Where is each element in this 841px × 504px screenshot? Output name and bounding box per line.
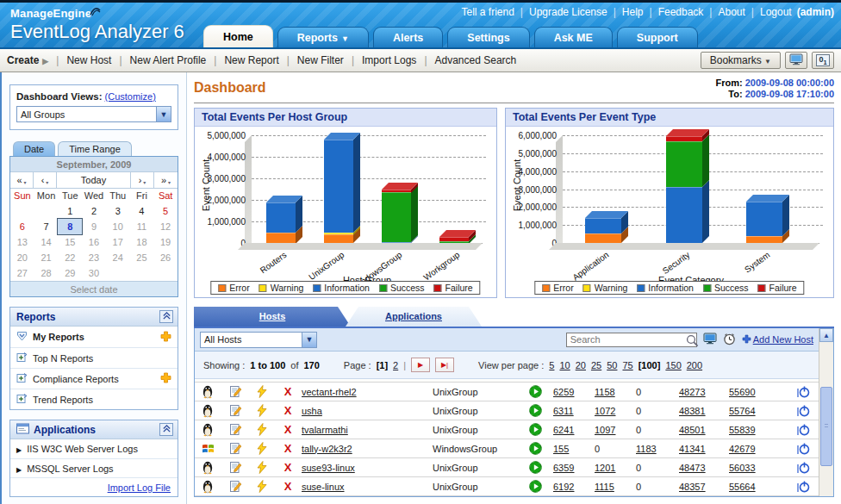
date-cell-22[interactable]: 22 xyxy=(58,250,82,265)
last-page-button[interactable]: ▶| xyxy=(435,358,454,372)
toolbar-item-new-alert-profile[interactable]: New Alert Profile xyxy=(130,54,207,66)
date-cell-1[interactable]: 1 xyxy=(58,203,82,219)
date-cell-29[interactable]: 29 xyxy=(58,265,82,281)
view-per-page-option-25[interactable]: 25 xyxy=(591,360,601,370)
power-icon[interactable] xyxy=(796,461,819,474)
event-count-link[interactable]: 42679 xyxy=(729,444,756,454)
next-month-button[interactable]: ›▾ xyxy=(131,172,154,188)
vertical-scrollbar[interactable]: ▲ xyxy=(819,328,833,496)
date-cell-4[interactable]: 4 xyxy=(130,203,154,219)
event-count-link[interactable]: 56033 xyxy=(729,463,756,473)
next-page-button[interactable]: ▶ xyxy=(411,358,430,372)
prev-year-button[interactable]: «▾ xyxy=(10,172,34,188)
event-count-link[interactable]: 6259 xyxy=(553,387,574,397)
alert-icon[interactable] xyxy=(250,404,274,417)
tab-support[interactable]: Support xyxy=(617,27,698,47)
tab-time-range[interactable]: Time Range xyxy=(58,141,132,156)
top-link-help[interactable]: Help xyxy=(622,6,644,18)
event-count-link[interactable]: 48473 xyxy=(679,463,706,473)
add-plus-icon[interactable] xyxy=(160,331,171,344)
edit-icon[interactable] xyxy=(221,404,250,417)
search-input[interactable] xyxy=(566,333,697,347)
scrollbar-thumb[interactable] xyxy=(820,387,832,466)
group-filter-select[interactable]: All Groups ▼ xyxy=(16,106,171,122)
event-count-link[interactable]: 155 xyxy=(553,444,569,454)
date-cell-7[interactable]: 7 xyxy=(34,219,59,234)
import-log-file-link[interactable]: Import Log File xyxy=(108,482,171,493)
play-icon[interactable] xyxy=(529,480,553,493)
event-count-link[interactable]: 55764 xyxy=(729,406,756,416)
reports-item-top-n-reports[interactable]: Top N Reports xyxy=(10,347,178,368)
date-cell-24[interactable]: 24 xyxy=(106,250,130,265)
play-icon[interactable] xyxy=(529,423,553,436)
alert-icon[interactable] xyxy=(250,480,274,493)
date-cell-27[interactable]: 27 xyxy=(10,265,34,281)
date-cell-21[interactable]: 21 xyxy=(34,250,59,265)
date-cell-14[interactable]: 14 xyxy=(34,234,59,250)
reports-item-compliance-reports[interactable]: Compliance Reports xyxy=(10,368,178,389)
toolbar-item-new-report[interactable]: New Report xyxy=(224,54,278,66)
delete-icon[interactable]: X xyxy=(274,442,302,455)
alert-icon[interactable] xyxy=(250,423,274,436)
toolbar-item-new-host[interactable]: New Host xyxy=(66,54,111,66)
date-cell-6[interactable]: 6 xyxy=(10,219,34,234)
event-count-link[interactable]: 6359 xyxy=(553,463,574,473)
event-count-link[interactable]: 6241 xyxy=(553,425,574,435)
event-count-link[interactable]: 1097 xyxy=(595,425,615,435)
date-cell-2[interactable]: 2 xyxy=(82,203,106,219)
view-per-page-option-10[interactable]: 10 xyxy=(559,360,570,370)
delete-icon[interactable]: X xyxy=(274,404,302,417)
search-icon[interactable] xyxy=(686,334,699,349)
top-link-tell-a-friend[interactable]: Tell a friend xyxy=(461,6,514,18)
tab-applications[interactable]: Applications xyxy=(346,307,482,327)
application-item-iis-w3c-web-server-logs[interactable]: ▶IIS W3C Web Server Logs xyxy=(10,439,178,458)
toolbar-item-new-filter[interactable]: New Filter xyxy=(297,54,344,66)
view-per-page-option-50[interactable]: 50 xyxy=(607,360,617,370)
view-per-page-option-150[interactable]: 150 xyxy=(665,360,681,370)
event-count-link[interactable]: 1183 xyxy=(636,444,657,454)
edit-icon[interactable] xyxy=(221,480,250,493)
date-cell-13[interactable]: 13 xyxy=(10,234,34,250)
alert-icon[interactable] xyxy=(250,442,274,455)
tab-reports[interactable]: Reports▼ xyxy=(277,27,369,47)
alert-icon[interactable] xyxy=(250,461,274,474)
top-link-upgrade-license[interactable]: Upgrade License xyxy=(529,6,607,18)
host-link[interactable]: suse-linux xyxy=(302,482,345,492)
event-count-link[interactable]: 48501 xyxy=(679,425,706,435)
alert-icon[interactable] xyxy=(250,385,274,398)
date-cell-15[interactable]: 15 xyxy=(58,234,82,250)
tab-settings[interactable]: Settings xyxy=(447,27,529,47)
event-count-link[interactable]: 48357 xyxy=(679,482,706,492)
date-cell-16[interactable]: 16 xyxy=(82,234,106,250)
monitor-icon[interactable] xyxy=(703,333,717,346)
edit-icon[interactable] xyxy=(221,461,250,474)
delete-icon[interactable]: X xyxy=(274,385,302,398)
power-icon[interactable] xyxy=(796,442,819,455)
toolbar-item-advanced-search[interactable]: Advanced Search xyxy=(435,54,517,66)
create-menu[interactable]: Create▶ xyxy=(7,54,48,66)
event-count-link[interactable]: 6311 xyxy=(553,406,574,416)
date-cell-26[interactable]: 26 xyxy=(153,250,178,265)
add-new-host[interactable]: Add New Host xyxy=(742,334,813,345)
clock-icon[interactable] xyxy=(723,333,736,347)
event-count-link[interactable]: 41341 xyxy=(679,444,706,454)
toolbar-item-import-logs[interactable]: Import Logs xyxy=(362,54,416,66)
delete-icon[interactable]: X xyxy=(274,480,302,493)
event-count-link[interactable]: 1201 xyxy=(595,463,615,473)
date-cell-20[interactable]: 20 xyxy=(10,250,34,265)
date-cell-5[interactable]: 5 xyxy=(153,203,178,219)
date-cell-8[interactable]: 8 xyxy=(58,219,82,234)
host-link[interactable]: usha xyxy=(302,406,322,416)
raw-logs-button[interactable]: 01 xyxy=(812,52,834,69)
event-count-link[interactable]: 1158 xyxy=(595,387,615,397)
host-filter-select[interactable]: All Hosts ▼ xyxy=(200,332,317,348)
date-cell-25[interactable]: 25 xyxy=(130,250,154,265)
event-count-link[interactable]: 1072 xyxy=(595,406,615,416)
top-link-feedback[interactable]: Feedback xyxy=(658,6,704,18)
host-link[interactable]: tvalarmathi xyxy=(302,425,348,435)
reports-item-trend-reports[interactable]: Trend Reports xyxy=(10,389,178,409)
collapse-button[interactable] xyxy=(159,310,173,323)
date-cell-10[interactable]: 10 xyxy=(106,219,130,234)
date-cell-17[interactable]: 17 xyxy=(106,234,130,250)
delete-icon[interactable]: X xyxy=(274,461,302,474)
